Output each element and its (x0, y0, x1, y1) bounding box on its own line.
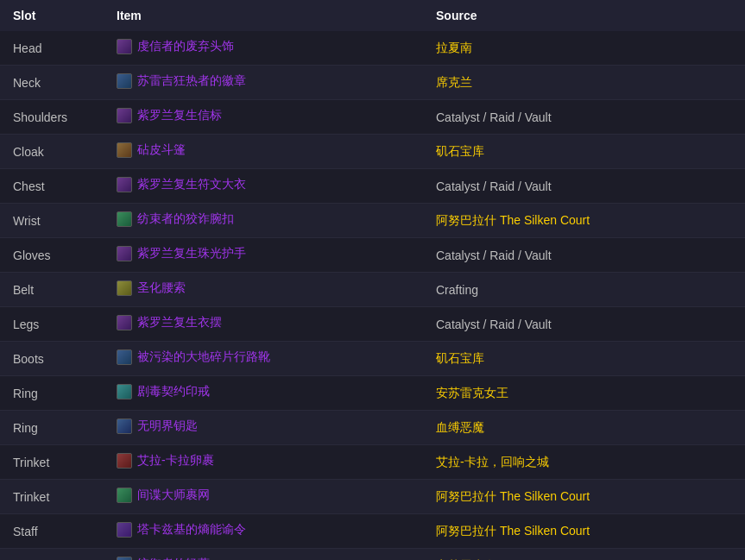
item-icon (117, 453, 132, 469)
item-icon (117, 108, 132, 123)
item-name: 剧毒契约印戒 (137, 384, 210, 400)
item-icon (117, 349, 132, 365)
table-row: Ring剧毒契约印戒安苏雷克女王 (0, 376, 745, 411)
item-link[interactable]: 剧毒契约印戒 (117, 384, 210, 400)
item-cell: 被污染的大地碎片行路靴 (104, 342, 423, 376)
item-cell: 紫罗兰复生信标 (104, 100, 423, 135)
table-body: Head虔信者的废弃头饰拉夏南Neck苏雷吉狂热者的徽章席克兰Shoulders… (0, 31, 745, 560)
source-cell: 阿努巴拉什 The Silken Court (423, 204, 745, 238)
item-cell: 剧毒契约印戒 (104, 376, 423, 411)
table-row: Neck苏雷吉狂热者的徽章席克兰 (0, 66, 745, 100)
item-cell: 圣化腰索 (104, 273, 423, 307)
slot-cell: Trinket (0, 445, 104, 480)
item-icon (117, 177, 132, 192)
source-cell: Catalyst / Raid / Vault (423, 100, 745, 135)
source-cell: Catalyst / Raid / Vault (423, 169, 745, 204)
slot-cell: Boots (0, 342, 104, 376)
item-name: 苏雷吉狂热者的徽章 (137, 73, 246, 89)
slot-cell: Chest (0, 169, 104, 204)
item-cell: 塔卡兹基的熵能谕令 (104, 514, 423, 549)
item-icon (117, 418, 132, 434)
item-link[interactable]: 塔卡兹基的熵能谕令 (117, 522, 246, 538)
item-name: 艾拉-卡拉卵裹 (137, 453, 214, 469)
table-row: Shoulders紫罗兰复生信标Catalyst / Raid / Vault (0, 100, 745, 135)
source-cell: 安苏雷克女王 (423, 549, 745, 561)
table-row: Wrist纺束者的狡诈腕扣阿努巴拉什 The Silken Court (0, 204, 745, 238)
slot-cell: Ring (0, 411, 104, 445)
item-icon (117, 557, 132, 560)
table-row: Trinket间谍大师裹网阿努巴拉什 The Silken Court (0, 480, 745, 514)
item-link[interactable]: 无明界钥匙 (117, 418, 198, 434)
item-link[interactable]: 圣化腰索 (117, 280, 186, 296)
item-cell: 苏雷吉狂热者的徽章 (104, 66, 423, 100)
item-link[interactable]: 紫罗兰复生衣摆 (117, 315, 222, 330)
item-name: 间谍大师裹网 (137, 488, 210, 503)
slot-cell: Head (0, 31, 104, 66)
source-cell: Catalyst / Raid / Vault (423, 238, 745, 273)
item-link[interactable]: 统御者的轻蓑 (117, 557, 210, 560)
header-slot: Slot (0, 0, 104, 31)
source-cell: 矶石宝库 (423, 342, 745, 376)
item-icon (117, 246, 132, 261)
item-name: 紫罗兰复生衣摆 (137, 315, 222, 330)
item-cell: 艾拉-卡拉卵裹 (104, 445, 423, 480)
item-icon (117, 280, 132, 296)
item-link[interactable]: 紫罗兰复生珠光护手 (117, 246, 246, 261)
item-link[interactable]: 艾拉-卡拉卵裹 (117, 453, 214, 469)
item-icon (117, 522, 132, 538)
item-icon (117, 384, 132, 400)
table-row: Staff塔卡兹基的熵能谕令阿努巴拉什 The Silken Court (0, 514, 745, 549)
table-row: Boots被污染的大地碎片行路靴矶石宝库 (0, 342, 745, 376)
item-cell: 无明界钥匙 (104, 411, 423, 445)
item-link[interactable]: 间谍大师裹网 (117, 488, 210, 503)
table-row: Legs紫罗兰复生衣摆Catalyst / Raid / Vault (0, 307, 745, 342)
gear-table-container: Slot Item Source Head虔信者的废弃头饰拉夏南Neck苏雷吉狂… (0, 0, 745, 560)
item-name: 紫罗兰复生信标 (137, 108, 222, 123)
item-cell: 虔信者的废弃头饰 (104, 31, 423, 66)
slot-cell: Cloak (0, 135, 104, 169)
item-name: 紫罗兰复生符文大衣 (137, 177, 246, 192)
table-row: Cloak砧皮斗篷矶石宝库 (0, 135, 745, 169)
item-name: 被污染的大地碎片行路靴 (137, 349, 270, 365)
source-cell: 阿努巴拉什 The Silken Court (423, 514, 745, 549)
source-cell: Catalyst / Raid / Vault (423, 307, 745, 342)
table-row: Head虔信者的废弃头饰拉夏南 (0, 31, 745, 66)
source-cell: 阿努巴拉什 The Silken Court (423, 480, 745, 514)
item-cell: 统御者的轻蓑 (104, 549, 423, 561)
item-link[interactable]: 砧皮斗篷 (117, 142, 186, 158)
source-cell: Crafting (423, 273, 745, 307)
gear-table: Slot Item Source Head虔信者的废弃头饰拉夏南Neck苏雷吉狂… (0, 0, 745, 560)
item-name: 紫罗兰复生珠光护手 (137, 246, 246, 261)
item-link[interactable]: 纺束者的狡诈腕扣 (117, 211, 234, 227)
item-icon (117, 211, 132, 227)
item-cell: 间谍大师裹网 (104, 480, 423, 514)
item-name: 圣化腰索 (137, 280, 186, 296)
source-cell: 矶石宝库 (423, 135, 745, 169)
item-link[interactable]: 紫罗兰复生信标 (117, 108, 222, 123)
source-cell: 安苏雷克女王 (423, 376, 745, 411)
item-icon (117, 315, 132, 330)
item-icon (117, 142, 132, 158)
item-link[interactable]: 苏雷吉狂热者的徽章 (117, 73, 246, 89)
item-link[interactable]: 虔信者的废弃头饰 (117, 39, 234, 54)
item-name: 纺束者的狡诈腕扣 (137, 211, 234, 227)
table-row: Belt圣化腰索Crafting (0, 273, 745, 307)
table-row: Main hand统御者的轻蓑安苏雷克女王 (0, 549, 745, 561)
source-cell: 拉夏南 (423, 31, 745, 66)
slot-cell: Gloves (0, 238, 104, 273)
source-cell: 血缚恶魔 (423, 411, 745, 445)
header-source: Source (423, 0, 745, 31)
table-row: Trinket艾拉-卡拉卵裹艾拉-卡拉，回响之城 (0, 445, 745, 480)
slot-cell: Wrist (0, 204, 104, 238)
item-name: 无明界钥匙 (137, 418, 198, 434)
slot-cell: Main hand (0, 549, 104, 561)
slot-cell: Legs (0, 307, 104, 342)
slot-cell: Trinket (0, 480, 104, 514)
slot-cell: Belt (0, 273, 104, 307)
item-icon (117, 488, 132, 503)
item-link[interactable]: 紫罗兰复生符文大衣 (117, 177, 246, 192)
item-cell: 砧皮斗篷 (104, 135, 423, 169)
header-item: Item (104, 0, 423, 31)
slot-cell: Ring (0, 376, 104, 411)
item-link[interactable]: 被污染的大地碎片行路靴 (117, 349, 270, 365)
